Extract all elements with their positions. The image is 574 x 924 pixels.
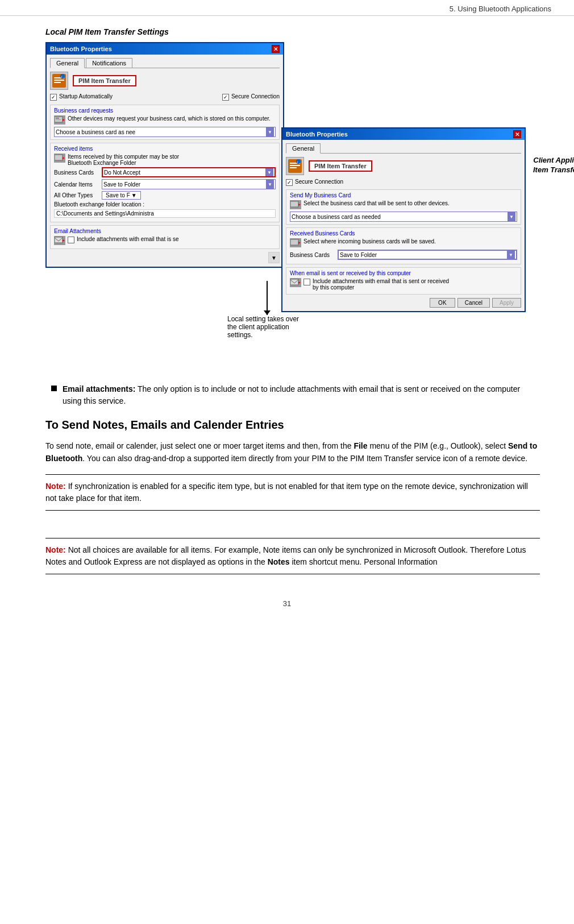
client-send-biz-icon: [290, 200, 301, 209]
local-biz-cards-arrow[interactable]: ▼: [265, 168, 273, 176]
note2-section: Note: Not all choices are available for …: [45, 538, 540, 574]
local-tab-general[interactable]: General: [50, 58, 85, 68]
local-email-icon: [54, 236, 65, 245]
section-heading: To Send Notes, Emails and Calender Entri…: [45, 419, 540, 432]
local-calendar-row: Calendar Items Save to Folder ▼: [54, 179, 276, 189]
section-title: Local PIM Item Transfer Settings: [45, 27, 540, 36]
client-choose-card-dropdown[interactable]: Choose a business card as needed ▼: [290, 212, 517, 222]
client-pim-title: PIM Item Transfer: [309, 160, 372, 172]
svg-rect-10: [55, 155, 63, 160]
local-biz-cards-dropdown[interactable]: Do Not Accept ▼: [102, 167, 276, 177]
client-dialog: Bluetooth Properties ✕ General: [281, 127, 526, 312]
local-pim-icon: i: [50, 72, 68, 90]
svg-text:i: i: [61, 75, 62, 78]
local-email-check[interactable]: Include attachments with email that is s…: [68, 236, 179, 243]
body-paragraph1: To send note, email or calender, just se…: [45, 440, 540, 465]
local-scroll-btn[interactable]: ▼: [268, 252, 280, 263]
client-tab-bar: General: [286, 143, 521, 154]
bullet-section: Email attachments: The only option is to…: [45, 383, 540, 407]
svg-marker-9: [63, 119, 65, 121]
local-choose-card-dropdown[interactable]: Choose a business card as nee ▼: [54, 127, 276, 137]
local-other-dropdown[interactable]: Save to F ▼: [102, 191, 141, 200]
client-choose-card-arrow[interactable]: ▼: [508, 212, 515, 221]
client-biz-cards-arrow[interactable]: ▼: [507, 251, 515, 259]
client-send-biz-row: Select the business card that will be se…: [290, 200, 517, 209]
client-biz-cards-row: Business Cards Save to Folder ▼: [290, 250, 517, 260]
client-received-biz-row: Select where incoming business cards wil…: [290, 238, 517, 247]
secure-check[interactable]: Secure Connection: [222, 93, 280, 101]
local-tab-notifications[interactable]: Notifications: [86, 58, 132, 68]
local-pim-title: PIM Item Transfer: [73, 75, 136, 86]
svg-rect-20: [290, 201, 298, 207]
local-email-label: Email Attachments: [54, 228, 276, 234]
client-apply-button[interactable]: Apply: [492, 298, 521, 308]
client-pim-icon: i: [286, 157, 304, 175]
svg-marker-23: [298, 242, 301, 244]
client-dialog-titlebar: Bluetooth Properties ✕: [282, 129, 525, 140]
client-send-biz-section: Send My Business Card Select the busines…: [286, 189, 521, 225]
local-biz-cards-row: Business Cards Do Not Accept ▼: [54, 167, 276, 177]
local-calendar-arrow[interactable]: ▼: [266, 180, 274, 189]
svg-rect-17: [290, 167, 297, 168]
local-business-card-section: Business card requests Other devices may…: [50, 105, 280, 140]
local-email-checkbox[interactable]: [68, 237, 74, 243]
local-email-row: Include attachments with email that is s…: [54, 236, 276, 245]
page-header: 5. Using Bluetooth Applications: [0, 0, 574, 16]
arrow-annotation: Local setting takes over the client appl…: [227, 281, 307, 339]
local-folder-row: Bluetooth exchange folder location :: [54, 201, 276, 208]
page-footer: 31: [0, 594, 574, 614]
local-tab-bar: General Notifications: [50, 58, 280, 68]
svg-marker-21: [298, 204, 301, 206]
startup-checkbox[interactable]: [50, 94, 57, 101]
svg-marker-13: [63, 239, 65, 242]
svg-rect-3: [54, 82, 61, 83]
client-email-row: Include attachments with email that is s…: [290, 278, 517, 291]
email-attachments-bullet: Email attachments: The only option is to…: [51, 383, 540, 407]
client-secure-checkbox[interactable]: [286, 179, 293, 186]
note1-section: Note: If synchronization is enabled for …: [45, 474, 540, 511]
local-close-button[interactable]: ✕: [272, 45, 280, 53]
secure-checkbox[interactable]: [222, 94, 229, 101]
local-pim-header: i PIM Item Transfer: [50, 72, 280, 90]
client-received-biz-section: Received Business Cards Select where inc…: [286, 227, 521, 264]
local-received-label: Received items: [54, 146, 276, 152]
svg-marker-11: [63, 157, 65, 159]
local-choose-card-arrow[interactable]: ▼: [266, 127, 274, 136]
annotation-arrow: [267, 281, 268, 315]
client-dialog-buttons: OK Cancel Apply: [286, 298, 521, 308]
svg-rect-16: [290, 165, 300, 166]
screenshots-area: Bluetooth Properties ✕ General Notificat…: [45, 42, 540, 372]
client-biz-cards-dropdown[interactable]: Save to Folder ▼: [338, 250, 517, 260]
local-biz-card-icon: [54, 115, 65, 125]
local-dialog-titlebar: Bluetooth Properties ✕: [47, 43, 283, 55]
client-send-biz-label: Send My Business Card: [290, 192, 517, 198]
local-received-section: Received items Items received by this co…: [50, 143, 280, 222]
client-received-biz-icon: [290, 238, 301, 247]
local-received-icon: [54, 154, 65, 163]
svg-rect-12: [55, 237, 63, 243]
client-ok-button[interactable]: OK: [430, 298, 455, 308]
startup-check[interactable]: Startup Automatically: [50, 93, 113, 101]
local-folder-path[interactable]: C:\Documents and Settings\Administra: [54, 209, 276, 218]
client-secure-row[interactable]: Secure Connection: [286, 179, 521, 186]
local-dialog: Bluetooth Properties ✕ General Notificat…: [45, 42, 284, 268]
svg-rect-2: [54, 80, 64, 81]
local-biz-card-label: Business card requests: [54, 107, 276, 114]
local-biz-card-row: Other devices may request your business …: [54, 115, 276, 125]
svg-rect-8: [56, 119, 61, 120]
client-received-biz-label: Received Business Cards: [290, 230, 517, 237]
client-email-label: When email is sent or received by this c…: [290, 270, 517, 276]
svg-rect-7: [56, 118, 59, 119]
client-tab-general[interactable]: General: [286, 143, 321, 154]
client-email-section: When email is sent or received by this c…: [286, 267, 521, 295]
svg-rect-22: [290, 239, 298, 245]
bullet-text: Email attachments: The only option is to…: [63, 383, 540, 407]
local-received-row: Items received by this computer may be s…: [54, 154, 276, 166]
client-cancel-button[interactable]: Cancel: [457, 298, 490, 308]
local-calendar-dropdown[interactable]: Save to Folder ▼: [102, 179, 276, 189]
svg-text:i: i: [297, 160, 298, 164]
local-other-types-row: All Other Types Save to F ▼: [54, 191, 276, 200]
client-close-button[interactable]: ✕: [513, 130, 521, 138]
annotation-text: Local setting takes over the client appl…: [227, 315, 307, 339]
client-pim-header: i PIM Item Transfer: [286, 157, 521, 175]
